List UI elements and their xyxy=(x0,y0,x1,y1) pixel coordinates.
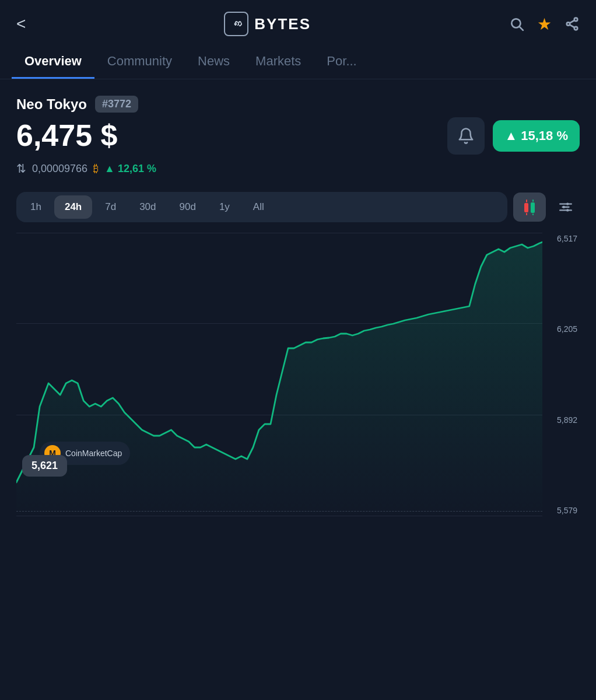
btc-change: ▲ 12,61 % xyxy=(104,163,156,175)
coin-name-row: Neo Tokyo #3772 xyxy=(16,96,580,113)
tab-markets[interactable]: Markets xyxy=(243,46,314,79)
time-1h[interactable]: 1h xyxy=(20,195,52,219)
time-7d[interactable]: 7d xyxy=(94,195,127,219)
svg-line-6 xyxy=(570,25,574,27)
share-button[interactable] xyxy=(565,16,580,32)
current-price: 6,475 $ xyxy=(16,119,118,152)
btc-symbol: ₿ xyxy=(93,163,99,175)
change-pct-value: 15,18 % xyxy=(521,128,568,144)
y-label-1: 6,517 xyxy=(545,234,580,243)
filter-button[interactable] xyxy=(552,193,580,221)
tab-bar: Overview Community News Markets Por... xyxy=(0,46,596,79)
price-section: 6,475 $ ▲ 15,18 % xyxy=(16,117,580,155)
coin-logo: ꩱ xyxy=(224,12,248,36)
coin-ticker: BYTES xyxy=(254,15,311,33)
coin-name: Neo Tokyo xyxy=(16,96,87,113)
svg-line-1 xyxy=(520,27,523,30)
y-label-4: 5,579 xyxy=(545,506,580,515)
tab-news[interactable]: News xyxy=(185,46,243,79)
tab-portfolio[interactable]: Por... xyxy=(314,46,369,79)
tab-community[interactable]: Community xyxy=(94,46,185,79)
time-pills: 1h 24h 7d 30d 90d 1y All xyxy=(16,192,507,222)
time-all[interactable]: All xyxy=(243,195,275,219)
logo-symbol: ꩱ xyxy=(231,18,241,30)
change-arrow-icon: ▲ xyxy=(504,128,517,144)
price-chart: 6,517 6,205 5,892 5,579 xyxy=(16,232,580,517)
back-button[interactable]: < xyxy=(16,15,26,33)
svg-point-12 xyxy=(566,209,569,211)
swap-icon: ⇅ xyxy=(16,162,26,176)
price-actions: ▲ 15,18 % xyxy=(447,117,580,155)
candlestick-toggle[interactable] xyxy=(513,192,546,222)
time-30d[interactable]: 30d xyxy=(129,195,166,219)
svg-point-10 xyxy=(563,206,565,208)
y-label-2: 6,205 xyxy=(545,324,580,334)
time-range-bar: 1h 24h 7d 30d 90d 1y All xyxy=(16,192,580,222)
time-24h[interactable]: 24h xyxy=(54,195,92,219)
header-center: ꩱ BYTES xyxy=(26,12,509,36)
svg-point-9 xyxy=(566,202,569,205)
btc-price: 0,00009766 xyxy=(32,163,87,175)
main-content: Neo Tokyo #3772 6,475 $ ▲ 15,18 % ⇅ 0,00… xyxy=(0,79,596,517)
min-price-line xyxy=(16,511,542,512)
price-tooltip: 5,621 xyxy=(22,455,67,477)
tab-overview[interactable]: Overview xyxy=(12,46,94,79)
svg-line-5 xyxy=(570,20,574,23)
btc-price-row: ⇅ 0,00009766 ₿ ▲ 12,61 % xyxy=(16,162,580,176)
header-actions: ★ xyxy=(509,15,580,34)
time-90d[interactable]: 90d xyxy=(169,195,206,219)
y-label-3: 5,892 xyxy=(545,415,580,425)
time-1y[interactable]: 1y xyxy=(209,195,240,219)
y-axis-labels: 6,517 6,205 5,892 5,579 xyxy=(545,232,580,517)
price-change-badge: ▲ 15,18 % xyxy=(493,120,580,152)
rank-badge: #3772 xyxy=(95,96,138,113)
chart-svg-area xyxy=(16,232,542,517)
alert-button[interactable] xyxy=(447,117,485,155)
favorite-button[interactable]: ★ xyxy=(537,15,552,34)
search-button[interactable] xyxy=(509,16,524,32)
header: < ꩱ BYTES ★ xyxy=(0,0,596,46)
watermark-text: CoinMarketCap xyxy=(65,449,122,458)
